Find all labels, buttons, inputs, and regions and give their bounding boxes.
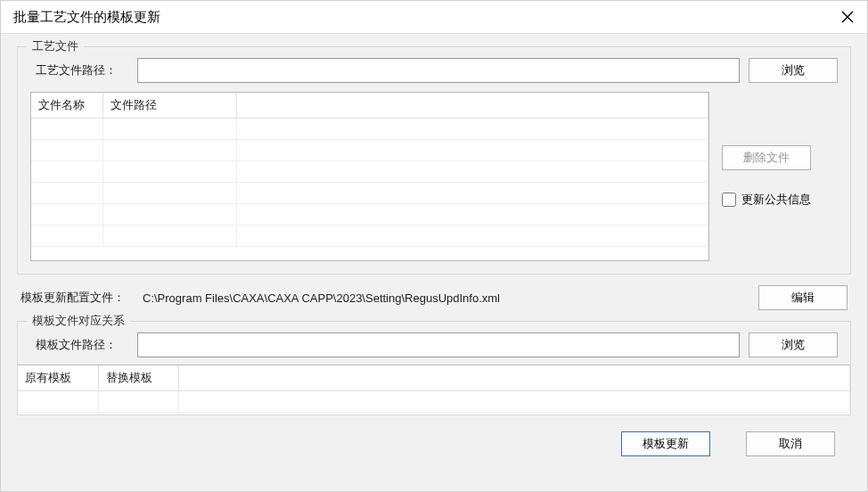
process-path-row: 工艺文件路径： 浏览	[30, 58, 838, 83]
table-row[interactable]	[31, 119, 708, 140]
titlebar: 批量工艺文件的模板更新	[1, 1, 867, 34]
dialog-footer: 模板更新 取消	[17, 426, 851, 456]
config-file-label: 模板更新配置文件：	[20, 290, 125, 306]
template-update-button[interactable]: 模板更新	[621, 431, 710, 456]
col-header-filepath[interactable]: 文件路径	[102, 93, 236, 119]
browse-process-button[interactable]: 浏览	[749, 58, 838, 83]
edit-config-button[interactable]: 编辑	[758, 285, 848, 310]
file-side-actions: 删除文件 更新公共信息	[722, 92, 838, 208]
template-mapping-group: 模板文件对应关系 模板文件路径： 浏览 原有模板 替换模板	[17, 321, 851, 415]
template-mapping-group-label: 模板文件对应关系	[27, 313, 130, 329]
process-files-table[interactable]: 文件名称 文件路径	[31, 93, 708, 247]
update-public-checkbox[interactable]	[722, 193, 736, 207]
template-path-input[interactable]	[137, 332, 740, 357]
process-path-input[interactable]	[137, 58, 740, 83]
process-path-label: 工艺文件路径：	[30, 62, 128, 78]
table-row[interactable]	[31, 140, 708, 161]
dialog-window: 批量工艺文件的模板更新 工艺文件 工艺文件路径： 浏览 文件名称	[0, 0, 868, 492]
cancel-button[interactable]: 取消	[746, 431, 835, 456]
table-row[interactable]	[18, 391, 850, 413]
close-button[interactable]	[835, 6, 860, 28]
col-header-original-template[interactable]: 原有模板	[18, 365, 98, 391]
template-mapping-table[interactable]: 原有模板 替换模板	[18, 365, 850, 413]
update-public-label: 更新公共信息	[741, 192, 811, 208]
col-header-replace-template[interactable]: 替换模板	[98, 365, 178, 391]
table-row[interactable]	[31, 204, 708, 226]
process-files-table-wrap: 文件名称 文件路径	[30, 92, 709, 261]
col-header-filename[interactable]: 文件名称	[31, 93, 102, 119]
dialog-title: 批量工艺文件的模板更新	[13, 9, 160, 26]
process-files-group: 工艺文件 工艺文件路径： 浏览 文件名称 文件路径	[17, 46, 851, 275]
file-area: 文件名称 文件路径	[30, 92, 838, 261]
update-public-checkbox-row[interactable]: 更新公共信息	[722, 192, 838, 208]
config-file-value: C:\Program Files\CAXA\CAXA CAPP\2023\Set…	[143, 291, 741, 305]
table-row[interactable]	[31, 226, 708, 247]
delete-file-button[interactable]: 删除文件	[722, 145, 811, 170]
process-files-group-label: 工艺文件	[27, 38, 84, 54]
template-table-wrap: 原有模板 替换模板	[18, 365, 850, 414]
table-row[interactable]	[31, 183, 708, 204]
browse-template-button[interactable]: 浏览	[749, 332, 838, 357]
dialog-content: 工艺文件 工艺文件路径： 浏览 文件名称 文件路径	[1, 34, 867, 491]
config-file-row: 模板更新配置文件： C:\Program Files\CAXA\CAXA CAP…	[17, 285, 851, 310]
close-icon	[841, 11, 854, 23]
col-header-blank	[236, 93, 708, 119]
table-row[interactable]	[31, 161, 708, 183]
template-path-label: 模板文件路径：	[30, 337, 128, 353]
col-header-blank2	[178, 365, 850, 391]
template-path-row: 模板文件路径： 浏览	[30, 332, 838, 357]
